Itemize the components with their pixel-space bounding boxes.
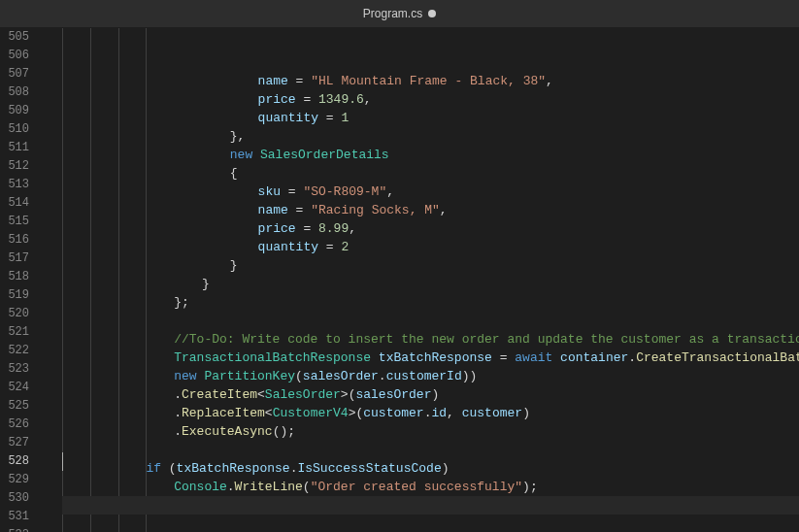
code-line[interactable]: new SalesOrderDetails xyxy=(62,146,799,164)
line-number: 510 xyxy=(0,120,43,139)
code-line[interactable]: price = 1349.6, xyxy=(62,90,799,109)
line-number-gutter: 5055065075085095105115125135145155165175… xyxy=(0,27,43,532)
line-number: 508 xyxy=(0,83,43,102)
line-number: 505 xyxy=(0,28,43,47)
line-number: 515 xyxy=(0,213,43,231)
line-number: 519 xyxy=(0,286,43,305)
text-cursor xyxy=(62,452,63,471)
line-number: 523 xyxy=(0,360,43,379)
code-line[interactable]: }; xyxy=(62,293,799,312)
code-line[interactable]: quantity = 1 xyxy=(62,109,799,127)
code-line[interactable]: } xyxy=(62,275,799,293)
code-line[interactable]: //To-Do: Write code to insert the new or… xyxy=(62,330,799,349)
code-line[interactable]: quantity = 2 xyxy=(62,238,799,256)
tab-filename: Program.cs xyxy=(363,7,422,20)
code-line[interactable]: sku = "SO-R809-M", xyxy=(62,183,799,201)
code-line[interactable]: { xyxy=(62,164,799,183)
code-line[interactable]: Console.WriteLine("Order created success… xyxy=(62,478,799,496)
line-number: 531 xyxy=(0,508,43,526)
line-number: 507 xyxy=(0,65,43,83)
line-number: 511 xyxy=(0,139,43,157)
code-line[interactable]: name = "Racing Socks, M", xyxy=(62,201,799,219)
editor-tabbar: Program.cs xyxy=(0,0,799,27)
line-number: 518 xyxy=(0,268,43,286)
line-number: 532 xyxy=(0,526,43,532)
line-number: 522 xyxy=(0,342,43,360)
line-number: 509 xyxy=(0,102,43,120)
code-line[interactable] xyxy=(62,441,799,459)
code-line[interactable] xyxy=(62,515,799,532)
line-number: 528 xyxy=(0,452,43,471)
code-area[interactable]: name = "HL Mountain Frame - Black, 38",p… xyxy=(43,27,799,532)
line-number: 521 xyxy=(0,323,43,342)
line-number: 530 xyxy=(0,489,43,508)
code-line[interactable]: .CreateItem<SalesOrder>(salesOrder) xyxy=(62,385,799,404)
line-number: 527 xyxy=(0,434,43,452)
line-number: 513 xyxy=(0,176,43,194)
line-number: 514 xyxy=(0,194,43,213)
code-line[interactable]: } xyxy=(62,256,799,275)
code-line[interactable]: new PartitionKey(salesOrder.customerId)) xyxy=(62,367,799,385)
line-number: 525 xyxy=(0,397,43,416)
code-line[interactable]: .ExecuteAsync(); xyxy=(62,422,799,441)
line-number: 529 xyxy=(0,471,43,489)
code-line[interactable]: name = "HL Mountain Frame - Black, 38", xyxy=(62,72,799,90)
line-number: 517 xyxy=(0,249,43,268)
code-line[interactable]: }, xyxy=(62,127,799,146)
line-number: 506 xyxy=(0,47,43,65)
line-number: 526 xyxy=(0,416,43,434)
code-line[interactable] xyxy=(62,496,799,515)
code-line[interactable]: .ReplaceItem<CustomerV4>(customer.id, cu… xyxy=(62,404,799,422)
line-number: 520 xyxy=(0,305,43,323)
line-number: 524 xyxy=(0,379,43,397)
line-number: 512 xyxy=(0,157,43,176)
code-line[interactable]: price = 8.99, xyxy=(62,219,799,238)
code-line[interactable] xyxy=(62,312,799,330)
code-line[interactable]: if (txBatchResponse.IsSuccessStatusCode) xyxy=(62,459,799,478)
line-number: 516 xyxy=(0,231,43,249)
file-tab[interactable]: Program.cs xyxy=(353,0,446,27)
code-line[interactable]: TransactionalBatchResponse txBatchRespon… xyxy=(62,349,799,367)
unsaved-dot-icon xyxy=(428,10,436,17)
code-editor[interactable]: 5055065075085095105115125135145155165175… xyxy=(0,27,799,532)
